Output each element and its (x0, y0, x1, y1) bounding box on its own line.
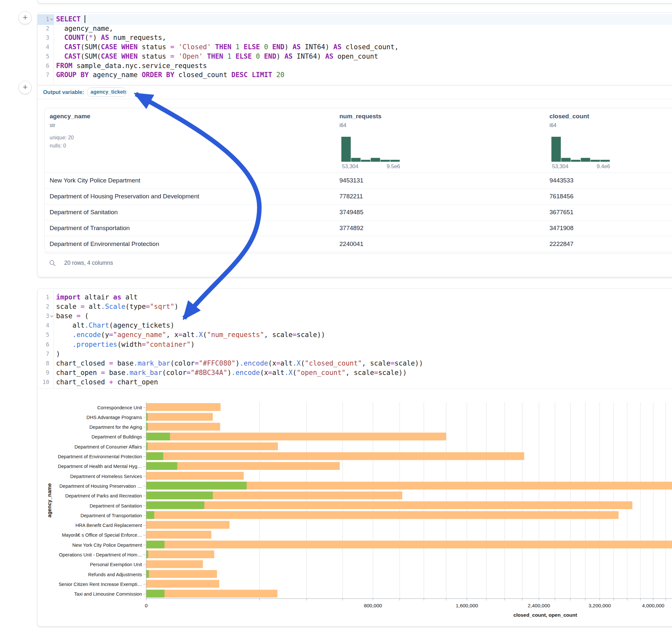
table-cell: Department of Transportation (50, 224, 130, 232)
code-text: import altair as alt (56, 293, 138, 301)
table-row[interactable]: New York City Police Department945313194… (45, 173, 672, 189)
bar-open (146, 433, 170, 440)
search-icon[interactable] (49, 260, 56, 267)
line-number: 4 (38, 44, 49, 50)
column-stat: unique: 20 (50, 135, 74, 141)
histogram-max-label: 9.5e6 (384, 163, 400, 169)
table-header: agency_name strunique: 20 nulls: 0num_re… (45, 108, 672, 173)
code-text: FROM sample_data.nyc.service_requests (56, 62, 207, 70)
y-tick-label: Mayorâ€ s Office of Special Enforce… (62, 532, 142, 538)
code-text: CAST(SUM(CASE WHEN status = 'Closed' THE… (56, 43, 399, 51)
bar-closed (146, 590, 278, 598)
line-number: 8 (38, 360, 49, 366)
table-cell: 3774892 (339, 224, 363, 232)
y-tick-label: Taxi and Limousine Commission (74, 591, 142, 597)
bar-open (146, 462, 177, 470)
bar-open (146, 482, 247, 489)
bar-open (146, 590, 164, 598)
code-text: base = ( (56, 312, 89, 320)
line-number: 6 (38, 63, 49, 69)
histogram-min-label: 53,304 (342, 163, 358, 169)
code-text: scale = alt.Scale(type="sqrt") (56, 303, 178, 311)
bar-closed (146, 403, 220, 411)
table-row[interactable]: Department of Transportation377489234719… (45, 220, 672, 236)
bar-open (146, 453, 163, 460)
y-tick-label: Department for the Aging (90, 425, 142, 430)
bar-closed (146, 472, 244, 480)
dataframe-preview-table: agency_name strunique: 20 nulls: 0num_re… (44, 108, 672, 253)
column-stat: nulls: 0 (50, 143, 66, 149)
x-tick-label: 0 (145, 603, 148, 608)
output-variable-label: Output variable: (43, 89, 84, 95)
line-number: 4 (38, 322, 49, 329)
table-row[interactable]: Department of Sanitation37494853677651 (45, 204, 672, 220)
bar-open (146, 442, 147, 450)
line-number: 3 (38, 313, 49, 319)
output-variable-chip[interactable]: agency_tickets (87, 88, 126, 97)
y-tick-label: Correspondence Unit (97, 405, 142, 410)
bar-open (146, 570, 149, 578)
table-cell: 3749485 (339, 209, 363, 216)
code-text: SELECT (56, 15, 85, 23)
line-number: 1 (38, 16, 49, 22)
bar-closed (146, 531, 211, 539)
y-tick-label: Department of Housing Preservation … (59, 484, 142, 489)
table-cell: 9443533 (549, 177, 573, 184)
add-cell-button-top[interactable]: + (19, 11, 32, 24)
code-text: ) (56, 350, 60, 358)
table-cell: 9453131 (339, 177, 363, 184)
output-variable-row: Output variable: agency_tickets (38, 85, 672, 99)
histogram-max-label: 9.4e6 (595, 163, 610, 169)
bar-closed (146, 551, 214, 558)
table-cell: 3677651 (549, 209, 573, 216)
bar-closed (146, 423, 220, 431)
bar-open (146, 423, 147, 431)
code-text: alt.Chart(agency_tickets) (56, 321, 174, 329)
column-name: num_requests (339, 113, 382, 120)
histogram-min-label: 53,304 (552, 163, 568, 169)
code-text: chart_open = base.mark_bar(color="#8BC34… (56, 369, 407, 377)
bar-closed (146, 501, 632, 509)
text-cursor (85, 15, 85, 23)
python-code-editor[interactable]: 1import altair as alt2scale = alt.Scale(… (38, 289, 672, 389)
y-axis-title: agency_name (47, 483, 52, 517)
x-tick-label: 3,200,000 (589, 603, 611, 608)
table-row[interactable]: Department of Environmental Protection22… (45, 236, 672, 252)
bar-open (146, 540, 164, 548)
code-text: chart_closed + chart_open (56, 378, 158, 386)
add-cell-button-middle[interactable]: + (19, 81, 32, 94)
code-text: .encode(y="agency_name", x=alt.X("num_re… (56, 331, 325, 339)
code-text: COUNT(*) AS num_requests, (56, 34, 166, 42)
sql-code-editor[interactable]: 1SELECT 2 agency_name,3 COUNT(*) AS num_… (38, 13, 672, 85)
fold-chevron-icon[interactable] (50, 315, 53, 318)
line-number: 5 (38, 332, 49, 338)
line-number: 9 (38, 369, 49, 376)
y-tick-label: New York City Police Department (72, 542, 142, 548)
table-row[interactable]: Department of Housing Preservation and D… (45, 189, 672, 204)
table-cell: 2240041 (339, 240, 363, 248)
active-line-highlight (54, 14, 672, 25)
x-tick-label: 4,000,000 (642, 603, 665, 608)
column-name: agency_name (50, 113, 91, 120)
bar-closed (146, 433, 446, 440)
column-histogram (551, 137, 610, 162)
line-number: 2 (38, 25, 49, 32)
table-cell: Department of Environmental Protection (50, 240, 159, 248)
column-name: closed_count (549, 113, 589, 120)
table-cell: 3471908 (549, 224, 573, 232)
y-tick-label: Department of Environmental Protection (58, 454, 142, 459)
bar-closed (146, 413, 213, 421)
column-type: i64 (339, 122, 346, 128)
y-tick-label: Department of Parks and Recreation (65, 493, 142, 499)
sql-cell: 1SELECT 2 agency_name,3 COUNT(*) AS num_… (37, 12, 672, 277)
x-axis-title: closed_count, open_count (513, 612, 577, 618)
bar-closed (146, 540, 672, 548)
table-cell: Department of Sanitation (50, 209, 118, 216)
y-tick-label: Personal Exemption Unit (90, 562, 142, 567)
line-number: 6 (38, 341, 49, 348)
x-tick-label: 2,400,000 (528, 603, 550, 608)
fold-chevron-icon[interactable] (50, 18, 53, 21)
bar-closed (146, 580, 219, 587)
code-text: CAST(SUM(CASE WHEN status = 'Open' THEN … (56, 52, 378, 60)
y-tick-label: DHS Advantage Programs (87, 415, 142, 420)
